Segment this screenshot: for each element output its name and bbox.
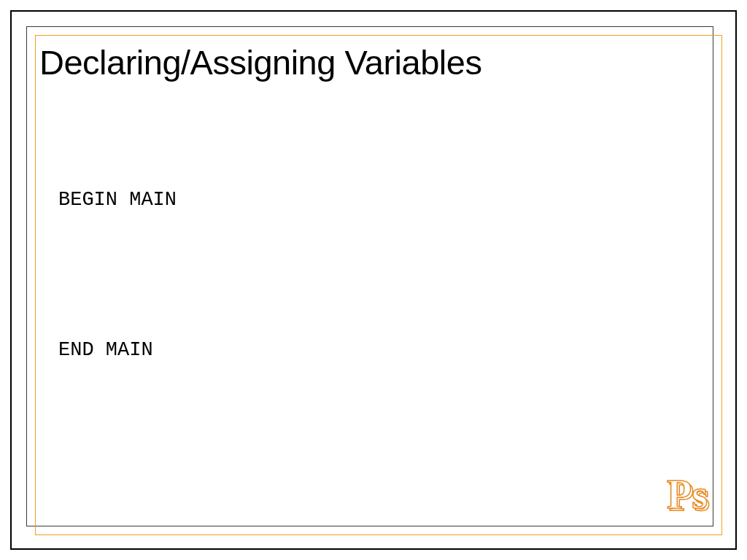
slide-title: Declaring/Assigning Variables [39,42,481,82]
code-line-end: END MAIN [58,337,177,365]
ps-logo: Ps Ps [667,471,708,518]
code-line-begin: BEGIN MAIN [58,187,177,214]
code-block: BEGIN MAIN END MAIN [58,187,177,365]
ps-logo-main: Ps [667,472,708,517]
